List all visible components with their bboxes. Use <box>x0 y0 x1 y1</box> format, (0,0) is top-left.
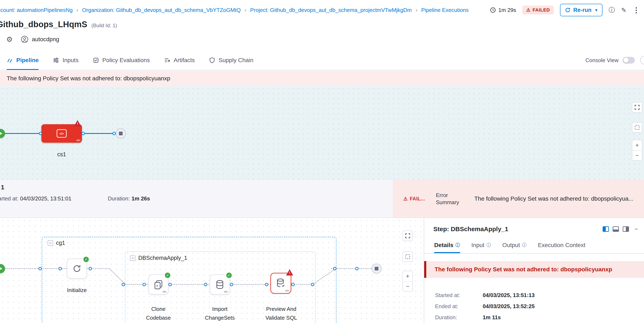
tab-input[interactable]: Input ⓘ <box>472 242 491 253</box>
edit-pencil-icon[interactable]: ✎ <box>621 7 626 14</box>
edge-line <box>0 133 41 134</box>
tab-supply-chain[interactable]: Supply Chain <box>209 57 254 70</box>
zoom-in-button[interactable]: + <box>403 271 412 281</box>
connector-dot <box>168 283 172 286</box>
duration-value: 1m 26s <box>132 195 150 202</box>
chevron-right-icon: › <box>416 7 417 14</box>
pipeline-start-node[interactable] <box>0 129 5 138</box>
stage-node-label: cs1 <box>41 150 82 159</box>
marquee-icon <box>405 254 410 259</box>
chevron-down-icon: ▾ <box>595 8 598 13</box>
layout-split-left-icon[interactable] <box>603 226 609 232</box>
execution-start-node[interactable] <box>0 264 5 273</box>
step-label-import-changesets: Import ChangeSets <box>201 304 239 322</box>
connector-dot <box>122 283 125 286</box>
tab-bar: Pipeline Inputs Policy Evaluations Artif… <box>0 47 644 70</box>
chevron-right-icon: › <box>76 7 78 14</box>
zoom-in-button[interactable]: + <box>632 140 642 150</box>
connector-dot <box>355 267 358 270</box>
tab-policy-evaluations[interactable]: Policy Evaluations <box>93 57 150 70</box>
breadcrumb-project[interactable]: Project: Github_db_devops_aut_db_schema_… <box>250 7 412 14</box>
duration-label: Duration: <box>108 195 130 202</box>
stage-name: 1 <box>1 184 4 191</box>
connector-dot <box>142 283 146 286</box>
step-label-preview-validate-sql: Preview And Validate SQL <box>262 304 300 322</box>
collapse-icon[interactable]: − <box>130 255 136 261</box>
code-icon: </> <box>76 139 80 142</box>
console-view-cluster: Console View <box>585 57 635 64</box>
breadcrumb-pipeline-executions[interactable]: Pipeline Executions <box>421 7 469 14</box>
breadcrumb-account[interactable]: Account: automationPipelinesNg <box>0 7 73 14</box>
expand-icon <box>405 233 410 238</box>
tab-label: Pipeline <box>16 57 39 64</box>
rerun-button[interactable]: Re-run ▾ <box>560 4 602 16</box>
collapse-icon[interactable]: − <box>48 240 53 246</box>
breadcrumb-organization[interactable]: Organization: Github_db_devops_aut_db_sc… <box>82 7 241 14</box>
fullscreen-button[interactable] <box>402 230 413 241</box>
tab-execution-context[interactable]: Execution Context <box>538 242 585 253</box>
zoom-out-button[interactable]: − <box>403 281 412 291</box>
step-error-message: The following Policy Set was not adhered… <box>424 261 644 278</box>
detail-row: Ended at: 04/03/2025, 13:52:25 <box>435 303 644 309</box>
step-initialize[interactable]: ✓ <box>67 258 87 279</box>
step-details-list: Started at: 04/03/2025, 13:51:13 Ended a… <box>435 292 644 321</box>
tab-output[interactable]: Output ⓘ <box>502 242 526 253</box>
detail-label: Duration: <box>435 314 483 321</box>
connector-dot <box>112 132 116 135</box>
fullscreen-button[interactable] <box>632 102 642 113</box>
database-icon <box>214 279 225 290</box>
title-row: Github_dbops_LHqmS (Build Id: 1) <box>0 20 117 29</box>
group-name: cg1 <box>56 240 65 246</box>
tab-label: Details <box>434 242 454 248</box>
reset-zoom-button[interactable] <box>402 251 413 262</box>
tab-label: Supply Chain <box>218 57 254 64</box>
info-icon[interactable]: ⓘ <box>609 6 615 15</box>
detail-row: Duration: 1m 11s <box>435 314 644 321</box>
execution-end-node[interactable] <box>372 264 382 274</box>
toggle-knob <box>624 58 628 63</box>
connector-dot <box>204 283 207 286</box>
detail-label: Started at: <box>435 292 483 298</box>
gear-icon[interactable]: ⚙ <box>6 35 12 44</box>
info-icon[interactable]: ⓘ <box>522 242 526 248</box>
detail-value: 1m 11s <box>483 314 501 321</box>
minimize-panel-icon[interactable]: − <box>634 225 638 233</box>
tab-label: Output <box>502 242 520 248</box>
info-icon[interactable]: ⓘ <box>486 242 491 248</box>
meta-row: ⚙ autocdpng <box>6 35 59 44</box>
edge-help-icon[interactable] <box>640 56 644 65</box>
connector-dot <box>265 283 268 286</box>
tab-label: Inputs <box>62 57 78 64</box>
success-check-icon: ✓ <box>83 256 90 263</box>
zoom-controls: + − <box>632 140 642 161</box>
step-import-changesets[interactable]: </> ✓ <box>210 274 230 294</box>
connector-dot <box>38 267 42 270</box>
tab-details[interactable]: Details ⓘ <box>434 242 460 253</box>
stage-started-at: Started at:04/03/2025, 13:51:01 <box>0 195 72 202</box>
info-icon[interactable]: ⓘ <box>456 242 460 248</box>
layout-split-bottom-icon[interactable] <box>613 226 619 232</box>
tab-label: Artifacts <box>174 57 195 64</box>
step-preview-validate-sql[interactable]: </> ! <box>270 273 291 294</box>
build-id: (Build Id: 1) <box>91 23 117 29</box>
layout-split-right-icon[interactable] <box>623 226 629 232</box>
zoom-out-button[interactable]: − <box>632 150 642 160</box>
topbar: Account: automationPipelinesNg › Organiz… <box>0 0 644 20</box>
stage-graph-canvas[interactable]: </> </> ! cs1 + − <box>0 86 644 180</box>
pipeline-end-node[interactable] <box>116 128 126 139</box>
connector-dot <box>230 283 233 286</box>
stage-node-cs1[interactable]: </> </> ! <box>41 124 82 143</box>
connector-dot <box>291 283 295 286</box>
tab-pipeline[interactable]: Pipeline <box>7 57 39 70</box>
shield-icon <box>209 57 215 63</box>
kebab-menu-icon[interactable]: ⋮ <box>633 6 640 14</box>
console-view-toggle[interactable] <box>623 57 635 64</box>
expand-icon <box>634 105 640 110</box>
execution-graph-canvas[interactable]: − cg1 − DBSchemaApply_1 ✓ Initialize </>… <box>0 218 424 323</box>
user-avatar-icon <box>21 36 28 43</box>
step-clone-codebase[interactable]: </> ✓ <box>148 274 168 294</box>
tab-inputs[interactable]: Inputs <box>53 57 78 70</box>
reset-zoom-button[interactable] <box>632 122 642 133</box>
tab-artifacts[interactable]: Artifacts <box>164 57 195 70</box>
error-triangle-icon: ! <box>74 120 81 126</box>
